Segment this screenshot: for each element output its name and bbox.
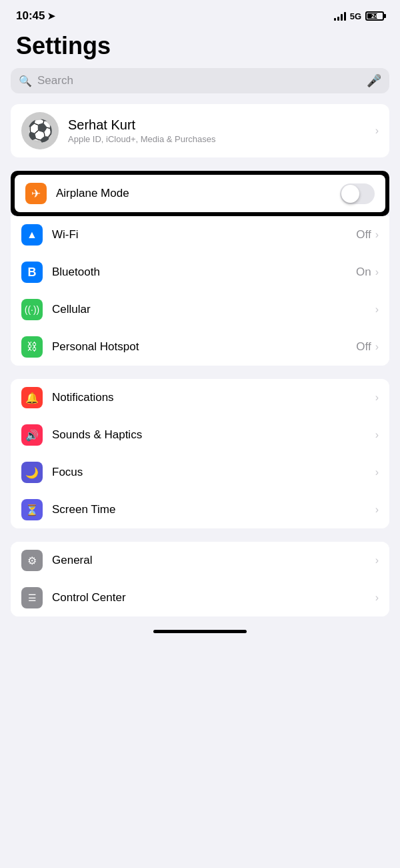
control-center-label: Control Center [52,591,375,604]
cellular-icon: ((·)) [21,299,43,320]
microphone-icon[interactable]: 🎤 [367,73,381,88]
sounds-haptics-icon: 🔊 [21,424,43,446]
cellular-chevron-icon: › [375,304,379,316]
notifications-icon: 🔔 [21,387,43,408]
chevron-right-icon: › [375,125,379,137]
signal-bars [334,11,346,21]
profile-info: Serhat Kurt Apple ID, iCloud+, Media & P… [68,117,375,144]
signal-bar-3 [341,14,343,21]
control-center-row[interactable]: ☰ Control Center › [11,579,389,616]
time-label: 10:45 [16,9,45,23]
general-row[interactable]: ⚙ General › [11,542,389,579]
connectivity-section: ▲ Wi-Fi Off › B Bluetooth On › ((·)) Cel… [11,216,389,366]
sounds-haptics-chevron-icon: › [375,429,379,441]
focus-row[interactable]: 🌙 Focus › [11,454,389,491]
status-right: 5G 24 [334,11,384,21]
notifications-label: Notifications [52,391,375,404]
sounds-haptics-row[interactable]: 🔊 Sounds & Haptics › [11,416,389,454]
status-time: 10:45 ➤ [16,9,55,23]
personal-hotspot-row[interactable]: ⛓ Personal Hotspot Off › [11,328,389,366]
airplane-mode-highlight: ✈ Airplane Mode [11,171,389,216]
screen-time-row[interactable]: ⏳ Screen Time › [11,491,389,528]
airplane-mode-label: Airplane Mode [56,187,340,200]
wifi-icon: ▲ [21,224,43,246]
page-title: Settings [16,32,384,60]
search-container: 🔍 Search 🎤 [0,68,400,104]
home-indicator [153,630,247,633]
notifications-chevron-icon: › [375,392,379,404]
airplane-mode-row[interactable]: ✈ Airplane Mode [15,175,385,212]
focus-icon: 🌙 [21,462,43,483]
profile-subtitle: Apple ID, iCloud+, Media & Purchases [68,134,375,144]
airplane-mode-icon: ✈ [25,183,47,204]
battery-icon: 24 [365,11,384,21]
search-placeholder: Search [37,74,361,87]
profile-row[interactable]: ⚽ Serhat Kurt Apple ID, iCloud+, Media &… [11,104,389,157]
wifi-label: Wi-Fi [52,228,356,242]
bluetooth-label: Bluetooth [52,266,356,279]
bluetooth-row[interactable]: B Bluetooth On › [11,254,389,291]
battery-percent: 24 [367,13,383,19]
page-header: Settings [0,27,400,68]
search-bar[interactable]: 🔍 Search 🎤 [11,68,389,93]
control-center-chevron-icon: › [375,592,379,604]
screen-time-icon: ⏳ [21,499,43,520]
general-icon: ⚙ [21,550,43,571]
personal-hotspot-icon: ⛓ [21,336,43,358]
toggle-knob [341,185,359,203]
notifications-section: 🔔 Notifications › 🔊 Sounds & Haptics › 🌙… [11,379,389,528]
general-section: ⚙ General › ☰ Control Center › [11,542,389,616]
network-type: 5G [350,11,361,21]
sounds-haptics-label: Sounds & Haptics [52,428,375,442]
general-label: General [52,554,375,567]
status-bar: 10:45 ➤ 5G 24 [0,0,400,27]
battery-container: 24 [365,11,384,21]
airplane-mode-toggle[interactable] [340,183,375,204]
signal-bar-4 [344,12,346,21]
wifi-chevron-icon: › [375,229,379,241]
location-arrow-icon: ➤ [47,11,55,21]
personal-hotspot-label: Personal Hotspot [52,340,356,354]
focus-chevron-icon: › [375,466,379,478]
signal-bar-2 [337,17,339,21]
cellular-label: Cellular [52,303,375,316]
personal-hotspot-chevron-icon: › [375,341,379,353]
cellular-row[interactable]: ((·)) Cellular › [11,291,389,328]
profile-name: Serhat Kurt [68,117,375,133]
notifications-row[interactable]: 🔔 Notifications › [11,379,389,416]
wifi-value: Off [356,228,371,242]
search-icon: 🔍 [19,75,32,87]
screen-time-label: Screen Time [52,503,375,516]
control-center-icon: ☰ [21,587,43,608]
bluetooth-icon: B [21,262,43,283]
wifi-row[interactable]: ▲ Wi-Fi Off › [11,216,389,254]
bluetooth-chevron-icon: › [375,266,379,278]
personal-hotspot-value: Off [356,340,371,354]
general-chevron-icon: › [375,554,379,566]
avatar: ⚽ [21,112,59,149]
signal-bar-1 [334,18,336,21]
screen-time-chevron-icon: › [375,504,379,516]
bluetooth-value: On [356,266,371,279]
focus-label: Focus [52,466,375,479]
